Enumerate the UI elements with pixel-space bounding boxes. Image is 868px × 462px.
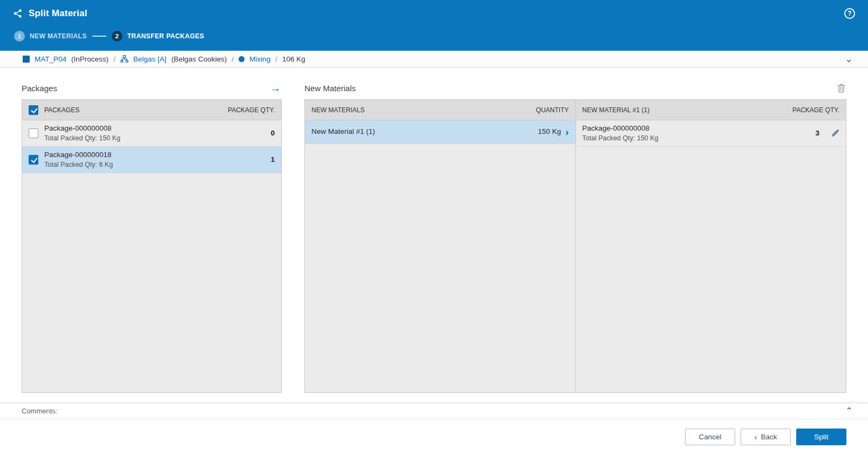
breadcrumb-operation[interactable]: Mixing — [249, 55, 270, 63]
page-title: Split Material — [29, 8, 87, 19]
package-name: Package-000000008 — [582, 123, 810, 134]
breadcrumb-material[interactable]: MAT_P04 — [35, 55, 66, 63]
package-qty-value: 0 — [270, 129, 275, 137]
title-row: Split Material ? — [13, 0, 855, 27]
delete-trash-icon[interactable] — [836, 84, 846, 93]
back-button[interactable]: ‹ Back — [741, 429, 791, 445]
package-qty-column-header: PACKAGE QTY. — [792, 106, 839, 114]
help-icon[interactable]: ? — [844, 8, 855, 19]
equipment-icon — [120, 55, 128, 63]
back-button-label: Back — [761, 433, 777, 441]
new-materials-panel-title: New Materials — [304, 84, 356, 93]
wizard-steps: 1 NEW MATERIALS 2 TRANSFER PACKAGES — [13, 27, 855, 45]
context-bar: MAT_P04 (InProcess) / Belgas [A] (Belgas… — [0, 51, 868, 67]
new-material-1-column-header: NEW MATERIAL #1 (1) — [582, 106, 650, 114]
package-row[interactable]: Package-000000018 Total Packed Qty: 6 Kg… — [22, 147, 281, 173]
operation-status-icon — [239, 56, 245, 62]
package-row-checkbox[interactable] — [29, 155, 38, 165]
materials-table-header: NEW MATERIALS QUANTITY — [305, 100, 575, 120]
quantity-column-header: QUANTITY — [536, 106, 569, 114]
context-expand-chevron-icon[interactable]: ⌄ — [843, 56, 855, 62]
step-1-circle: 1 — [14, 31, 25, 42]
package-row[interactable]: Package-000000008 Total Packed Qty: 150 … — [22, 120, 281, 147]
breadcrumb-quantity: 106 Kg — [282, 55, 306, 63]
package-name: Package-000000018 — [44, 150, 265, 160]
material-icon — [23, 56, 30, 63]
app-header: Split Material ? 1 NEW MATERIALS 2 TRANS… — [0, 0, 868, 51]
comments-collapse-chevron-icon[interactable]: ⌃ — [843, 409, 855, 413]
new-materials-column-header: NEW MATERIALS — [311, 106, 364, 114]
packages-table: PACKAGES PACKAGE QTY. Package-000000008 … — [22, 99, 282, 393]
package-qty-column-header: PACKAGE QTY. — [228, 106, 275, 114]
split-material-page: Split Material ? 1 NEW MATERIALS 2 TRANS… — [0, 0, 868, 462]
material-packages-rows: Package-000000008 Total Packed Qty: 150 … — [576, 120, 846, 392]
select-all-checkbox[interactable] — [29, 105, 38, 115]
back-chevron-icon: ‹ — [754, 432, 757, 441]
packages-column-header: PACKAGES — [44, 106, 79, 114]
materials-rows: New Material #1 (1) 150 Kg › — [305, 120, 575, 392]
breadcrumb-equipment-desc: (Belgas Cookies) — [171, 55, 227, 63]
package-row-checkbox[interactable] — [29, 128, 38, 138]
footer-actions: Cancel ‹ Back Split — [0, 419, 868, 462]
new-materials-panel: New Materials NEW MATERIALS QUANTITY — [304, 81, 846, 393]
main-content: Packages → PACKAGES PACKAGE QTY. Package… — [0, 67, 868, 403]
comments-label: Comments: — [22, 407, 57, 415]
material-package-row[interactable]: Package-000000008 Total Packed Qty: 150 … — [576, 120, 846, 147]
cancel-button-label: Cancel — [699, 433, 721, 441]
split-button[interactable]: Split — [796, 429, 846, 445]
chevron-right-icon: › — [565, 127, 568, 137]
new-materials-table-group: NEW MATERIALS QUANTITY New Material #1 (… — [304, 99, 846, 393]
package-name: Package-000000008 — [44, 123, 265, 134]
package-qty-value: 3 — [815, 129, 819, 137]
breadcrumb-separator: / — [275, 55, 277, 63]
new-material-row[interactable]: New Material #1 (1) 150 Kg › — [305, 120, 575, 144]
breadcrumb-separator: / — [113, 55, 116, 63]
step-2-label: TRANSFER PACKAGES — [127, 32, 205, 40]
split-button-label: Split — [814, 433, 828, 441]
packages-panel-title: Packages — [22, 84, 57, 93]
step-1-label: NEW MATERIALS — [30, 32, 87, 40]
new-materials-title-row: New Materials — [304, 81, 846, 94]
packages-panel: Packages → PACKAGES PACKAGE QTY. Package… — [22, 81, 282, 393]
step-new-materials[interactable]: 1 NEW MATERIALS — [14, 31, 87, 42]
package-detail: Total Packed Qty: 150 Kg — [582, 134, 810, 144]
new-material-name: New Material #1 (1) — [311, 126, 532, 137]
package-qty-value: 1 — [270, 155, 275, 164]
breadcrumb-equipment[interactable]: Belgas [A] — [133, 55, 167, 63]
breadcrumb-separator: / — [232, 55, 234, 63]
cancel-button[interactable]: Cancel — [685, 429, 735, 445]
package-detail: Total Packed Qty: 150 Kg — [44, 134, 265, 144]
package-detail: Total Packed Qty: 6 Kg — [44, 160, 265, 170]
material-packages-header: NEW MATERIAL #1 (1) PACKAGE QTY. — [576, 100, 846, 120]
packages-title-row: Packages → — [22, 81, 282, 94]
new-material-quantity: 150 Kg — [538, 126, 561, 137]
edit-pencil-icon[interactable] — [831, 129, 839, 138]
packages-table-header: PACKAGES PACKAGE QTY. — [22, 100, 281, 120]
transfer-right-arrow-icon[interactable]: → — [269, 83, 282, 93]
breadcrumb-material-status: (InProcess) — [71, 55, 109, 63]
packages-rows: Package-000000008 Total Packed Qty: 150 … — [22, 120, 281, 392]
materials-sub-table: NEW MATERIALS QUANTITY New Material #1 (… — [305, 100, 576, 392]
step-transfer-packages[interactable]: 2 TRANSFER PACKAGES — [112, 31, 205, 42]
material-packages-sub-table: NEW MATERIAL #1 (1) PACKAGE QTY. Package… — [576, 100, 846, 392]
split-share-icon — [13, 9, 23, 18]
step-connector — [92, 36, 106, 37]
comments-bar[interactable]: Comments: ⌃ — [0, 403, 868, 419]
step-2-circle: 2 — [112, 31, 123, 42]
